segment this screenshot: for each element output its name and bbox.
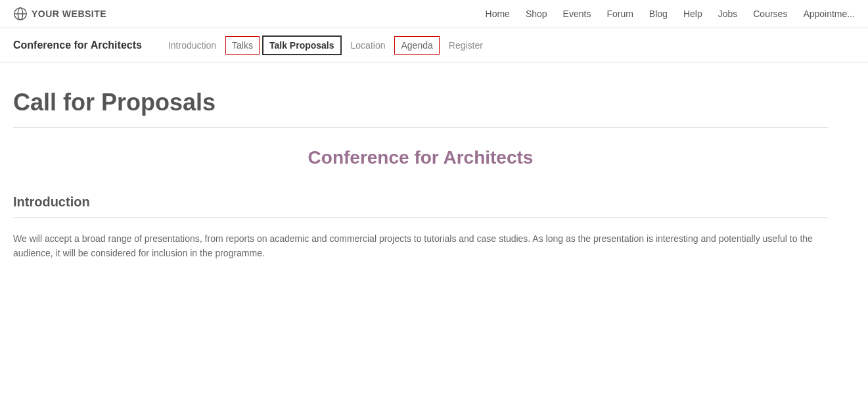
nav-link-help[interactable]: Help	[683, 9, 702, 19]
nav-link-blog[interactable]: Blog	[649, 9, 668, 19]
introduction-divider	[13, 218, 828, 218]
sub-nav: Conference for Architects Introduction T…	[0, 28, 868, 62]
sub-nav-talk-proposals[interactable]: Talk Proposals	[262, 35, 342, 55]
nav-link-shop[interactable]: Shop	[526, 9, 547, 19]
sub-nav-register[interactable]: Register	[442, 36, 490, 55]
page-title: Call for Proposals	[13, 89, 828, 116]
logo-text: YOUR WEBSITE	[32, 9, 106, 19]
globe-icon	[13, 7, 28, 21]
sub-nav-introduction[interactable]: Introduction	[162, 36, 223, 55]
nav-link-events[interactable]: Events	[563, 9, 591, 19]
nav-link-forum[interactable]: Forum	[606, 9, 633, 19]
introduction-heading: Introduction	[13, 195, 828, 210]
top-nav-links: Home Shop Events Forum Blog Help Jobs Co…	[486, 9, 855, 19]
nav-link-appointments[interactable]: Appointme...	[803, 9, 855, 19]
sub-nav-links: Introduction Talks Talk Proposals Locati…	[162, 35, 490, 55]
top-nav: YOUR WEBSITE Home Shop Events Forum Blog…	[0, 0, 868, 28]
main-content: Call for Proposals Conference for Archit…	[0, 62, 841, 274]
site-logo[interactable]: YOUR WEBSITE	[13, 7, 106, 21]
sub-nav-location[interactable]: Location	[344, 36, 392, 55]
introduction-text: We will accept a broad range of presenta…	[13, 231, 828, 261]
sub-nav-title: Conference for Architects	[13, 39, 142, 51]
conference-heading: Conference for Architects	[13, 147, 828, 168]
page-title-divider	[13, 127, 828, 128]
sub-nav-talks[interactable]: Talks	[225, 36, 260, 55]
nav-link-home[interactable]: Home	[486, 9, 510, 19]
nav-link-jobs[interactable]: Jobs	[718, 9, 738, 19]
nav-link-courses[interactable]: Courses	[753, 9, 787, 19]
sub-nav-agenda[interactable]: Agenda	[394, 36, 439, 55]
